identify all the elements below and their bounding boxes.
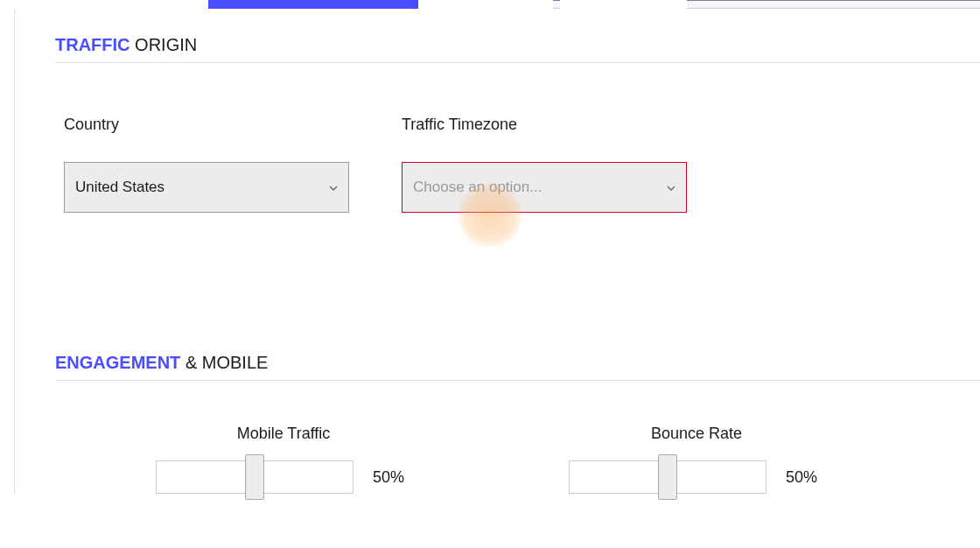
timezone-field-group: Traffic Timezone Choose an option... — [402, 116, 687, 213]
mobile-traffic-label: Mobile Traffic — [237, 425, 331, 443]
tabs-bar — [0, 0, 980, 9]
mobile-traffic-value: 50% — [373, 468, 411, 487]
section-header-rest: ORIGIN — [130, 35, 198, 54]
sliders-row: Mobile Traffic 50% Bounce Rate 50% — [29, 381, 980, 494]
mobile-traffic-slider[interactable] — [156, 460, 354, 494]
country-select-value: United States — [75, 179, 164, 196]
tab-inactive[interactable] — [0, 0, 208, 9]
section-header-highlight: ENGAGEMENT — [55, 353, 180, 372]
bounce-rate-slider[interactable] — [569, 460, 766, 494]
mobile-traffic-group: Mobile Traffic 50% — [156, 425, 411, 494]
tab-active[interactable] — [208, 0, 418, 9]
section-header-traffic-origin: TRAFFIC ORIGIN — [29, 35, 980, 62]
fields-row: Country United States Traffic Timezone C… — [29, 63, 980, 213]
bounce-rate-label: Bounce Rate — [651, 425, 742, 443]
section-header-rest: & MOBILE — [180, 353, 268, 372]
chevron-down-icon — [329, 181, 338, 193]
bounce-rate-value: 50% — [786, 468, 824, 487]
timezone-select-placeholder: Choose an option... — [413, 179, 542, 196]
country-select[interactable]: United States — [64, 162, 349, 213]
chevron-down-icon — [667, 181, 676, 193]
mobile-traffic-slider-thumb[interactable] — [245, 454, 264, 500]
bounce-rate-group: Bounce Rate 50% — [569, 425, 824, 494]
bounce-rate-slider-row: 50% — [569, 460, 824, 494]
tab-inactive[interactable] — [418, 0, 553, 9]
main-content: TRAFFIC ORIGIN Country United States Tra… — [14, 9, 980, 494]
country-field-label: Country — [64, 116, 349, 134]
mobile-traffic-slider-row: 50% — [156, 460, 411, 494]
timezone-select[interactable]: Choose an option... — [402, 162, 687, 213]
section-header-highlight: TRAFFIC — [55, 35, 130, 54]
tab-inactive[interactable] — [560, 0, 687, 9]
timezone-field-label: Traffic Timezone — [402, 116, 687, 134]
section-header-engagement: ENGAGEMENT & MOBILE — [29, 353, 980, 380]
country-field-group: Country United States — [64, 116, 349, 213]
bounce-rate-slider-thumb[interactable] — [658, 454, 677, 500]
